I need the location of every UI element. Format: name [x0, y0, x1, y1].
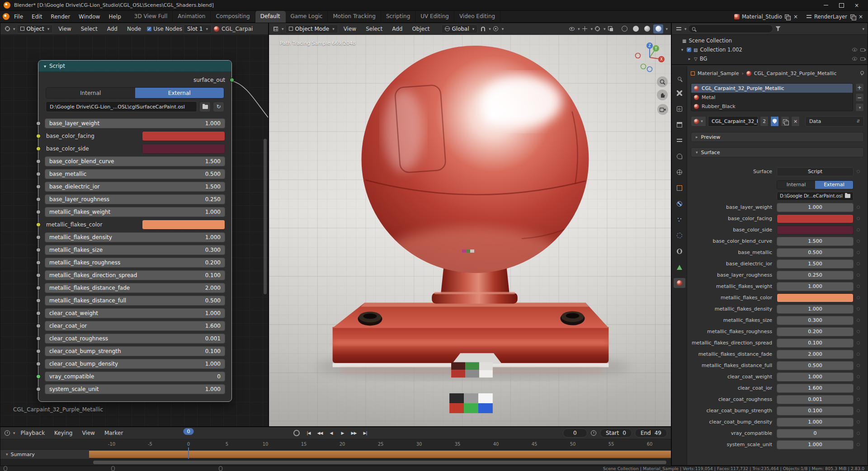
node-header[interactable]: ▾ Script — [38, 61, 231, 72]
workspace-tab[interactable]: Motion Tracking — [328, 11, 381, 23]
menu-item[interactable]: View — [78, 429, 99, 438]
xray-toggle-icon[interactable] — [607, 25, 614, 33]
workspace-tab[interactable]: Animation — [173, 11, 211, 23]
proportional-editing-icon[interactable] — [492, 25, 500, 33]
outliner-search[interactable] — [688, 24, 773, 33]
tab-object[interactable] — [674, 183, 685, 193]
unlink-scene-icon[interactable]: × — [792, 13, 799, 20]
summary-channel[interactable]: ▾ Summary — [0, 450, 89, 459]
input-socket[interactable] — [36, 184, 41, 189]
input-socket[interactable] — [36, 387, 41, 391]
tab-output[interactable] — [674, 120, 685, 130]
new-material-button[interactable] — [781, 116, 789, 127]
input-socket[interactable] — [36, 260, 41, 265]
tab-scene[interactable] — [674, 151, 685, 161]
view-layer-name[interactable]: RenderLayer — [814, 14, 847, 20]
search-input[interactable] — [698, 26, 769, 32]
material-name[interactable]: CGL_Carpai — [222, 26, 253, 32]
menu-item[interactable]: Node — [123, 24, 145, 33]
workspace-tab[interactable]: 3D View Full — [129, 11, 173, 23]
collapse-arrow-icon[interactable]: ▾ — [44, 64, 46, 69]
param-slider[interactable]: base_layer_roughness 0.250 — [45, 194, 225, 204]
property-slider[interactable]: 0.001 — [777, 395, 854, 404]
param-slider[interactable]: clear_coat_roughness 0.001 — [45, 334, 225, 344]
property-slider[interactable]: 1.000 — [777, 440, 854, 449]
menu-item[interactable]: View — [340, 24, 360, 33]
color-swatch[interactable] — [142, 220, 225, 230]
remove-view-layer-icon[interactable]: × — [857, 13, 864, 20]
param-slider[interactable]: metallic_flakes_size 0.300 — [45, 245, 225, 255]
input-socket[interactable] — [36, 311, 41, 316]
animate-decorator-icon[interactable] — [857, 319, 860, 322]
param-slider[interactable]: metallic_flakes_density 1.000 — [45, 232, 225, 242]
preview-range-stopwatch-icon[interactable] — [590, 429, 597, 437]
viewport-canvas[interactable]: Path Tracing Sample 669/2048 Z X Y — [269, 35, 671, 426]
input-socket[interactable] — [36, 222, 41, 227]
editor-type-icon[interactable] — [4, 25, 11, 33]
external-mode-button[interactable]: External — [815, 181, 853, 189]
shading-solid-button[interactable] — [631, 24, 641, 33]
osl-script-node[interactable]: ▾ Script surface_out Internal External D… — [38, 60, 232, 402]
menu-item[interactable]: Keying — [50, 429, 76, 438]
pin-icon[interactable] — [859, 71, 864, 75]
animate-decorator-icon[interactable] — [857, 251, 860, 254]
expand-arrow-icon[interactable]: ▾ — [680, 47, 684, 52]
expand-arrow-icon[interactable]: ▸ — [687, 57, 692, 61]
animate-decorator-icon[interactable] — [857, 273, 860, 277]
internal-mode-button[interactable]: Internal — [777, 181, 815, 189]
property-color-swatch[interactable] — [777, 293, 854, 302]
minimize-button[interactable] — [818, 0, 834, 10]
tab-physics[interactable] — [674, 231, 685, 240]
input-socket[interactable] — [36, 210, 41, 214]
property-slider[interactable]: 1.600 — [777, 384, 854, 393]
param-slider[interactable]: metallic_flakes_distance_fade 2.000 — [45, 283, 225, 293]
snap-magnet-icon[interactable] — [479, 25, 486, 33]
new-scene-icon[interactable] — [783, 13, 791, 20]
play-reverse-button[interactable]: ◀ — [326, 429, 336, 438]
browse-material-button[interactable]: ▾ — [691, 116, 706, 127]
tab-particles[interactable] — [674, 215, 685, 225]
jump-to-prev-keyframe-button[interactable]: ◀◀ — [315, 429, 325, 438]
animate-decorator-icon[interactable] — [857, 443, 860, 446]
material-name-field[interactable]: CGL_Carpaint_32_Pur... — [708, 116, 758, 127]
tab-constraints[interactable] — [674, 246, 685, 256]
surface-panel-header[interactable]: ▾ Surface — [691, 147, 864, 157]
animate-decorator-icon[interactable] — [857, 341, 860, 344]
script-path-field[interactable]: D:\Google Drive\CG-Lion_...OSL\cglSurfac… — [46, 101, 197, 112]
material-slot[interactable]: Rubber_Black — [691, 102, 853, 111]
menu-item[interactable]: View — [54, 24, 75, 33]
frame-start-field[interactable]: Start0 — [600, 429, 632, 438]
slot-selector[interactable]: Slot 1▾ — [184, 24, 212, 33]
input-socket[interactable] — [36, 172, 41, 176]
tab-modifiers[interactable] — [674, 199, 685, 209]
timeline-scrollbar[interactable] — [0, 459, 671, 466]
param-slider[interactable]: base_dielectric_ior 1.500 — [45, 182, 225, 192]
shading-rendered-button[interactable] — [653, 24, 663, 33]
new-view-layer-icon[interactable] — [849, 13, 856, 20]
menu-item[interactable]: Window — [75, 12, 104, 21]
property-slider[interactable]: 1.000 — [777, 282, 854, 291]
animate-decorator-icon[interactable] — [857, 386, 860, 390]
property-slider[interactable]: 0.250 — [777, 271, 854, 280]
animate-decorator-icon[interactable] — [857, 432, 860, 435]
shader-type-selector[interactable]: Object▾ — [17, 24, 53, 33]
playhead[interactable]: 0 — [184, 428, 194, 435]
scrollbar-handle[interactable] — [93, 461, 666, 464]
preview-panel-header[interactable]: ▸ Preview — [691, 132, 864, 142]
input-socket[interactable] — [36, 374, 41, 379]
outliner-options-icon[interactable]: ▾ — [862, 27, 864, 31]
property-slider[interactable]: 0.100 — [777, 339, 854, 348]
shading-material-button[interactable] — [642, 24, 652, 33]
property-slider[interactable]: 0.500 — [777, 361, 854, 370]
outliner-row[interactable]: ▦ Scene Collection — [672, 36, 868, 45]
node-editor-scrollbar[interactable] — [264, 139, 267, 294]
jump-to-end-button[interactable]: ▶| — [360, 429, 370, 438]
hide-toggle-eye-icon[interactable] — [852, 48, 857, 52]
tab-tool[interactable] — [674, 88, 685, 98]
property-color-swatch[interactable] — [777, 226, 854, 235]
menu-item[interactable]: Help — [104, 12, 125, 21]
animate-decorator-icon[interactable] — [857, 353, 860, 356]
fake-user-shield-icon[interactable] — [770, 116, 779, 127]
param-slider[interactable]: base_layer_weight 1.000 — [45, 118, 225, 128]
property-slider[interactable]: 1.000 — [777, 372, 854, 382]
